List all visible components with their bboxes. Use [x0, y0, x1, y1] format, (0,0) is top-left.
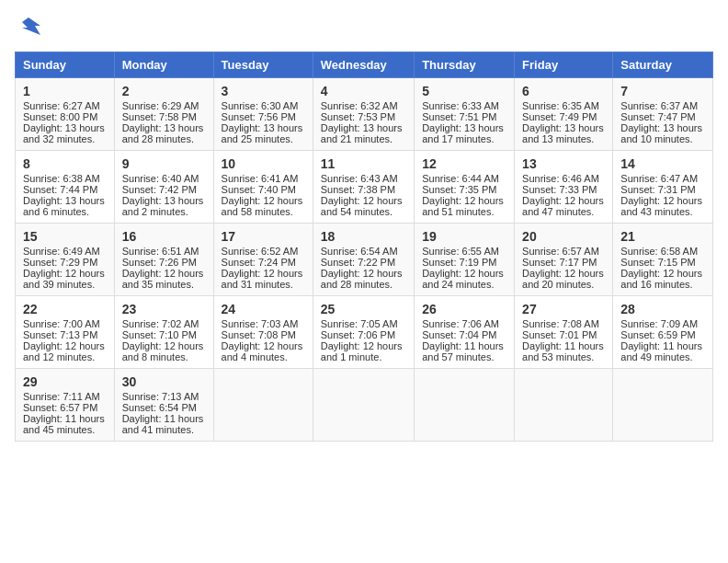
table-row: 25Sunrise: 7:05 AMSunset: 7:06 PMDayligh… [313, 296, 414, 369]
table-row: 1Sunrise: 6:27 AMSunset: 8:00 PMDaylight… [16, 78, 115, 151]
col-header-friday: Friday [515, 52, 613, 78]
calendar-week-2: 15Sunrise: 6:49 AMSunset: 7:29 PMDayligh… [16, 224, 713, 296]
table-row: 14Sunrise: 6:47 AMSunset: 7:31 PMDayligh… [613, 151, 713, 224]
table-row: 29Sunrise: 7:11 AMSunset: 6:57 PMDayligh… [16, 369, 115, 442]
table-row: 4Sunrise: 6:32 AMSunset: 7:53 PMDaylight… [313, 78, 414, 151]
table-row: 30Sunrise: 7:13 AMSunset: 6:54 PMDayligh… [114, 369, 213, 442]
table-row [613, 369, 713, 442]
table-row [313, 369, 414, 442]
table-row: 11Sunrise: 6:43 AMSunset: 7:38 PMDayligh… [313, 151, 414, 224]
table-row [213, 369, 313, 442]
table-row: 28Sunrise: 7:09 AMSunset: 6:59 PMDayligh… [613, 296, 713, 369]
table-row [415, 369, 515, 442]
table-row: 12Sunrise: 6:44 AMSunset: 7:35 PMDayligh… [415, 151, 515, 224]
table-row: 16Sunrise: 6:51 AMSunset: 7:26 PMDayligh… [114, 224, 213, 296]
table-row: 20Sunrise: 6:57 AMSunset: 7:17 PMDayligh… [515, 224, 613, 296]
table-row: 18Sunrise: 6:54 AMSunset: 7:22 PMDayligh… [313, 224, 414, 296]
col-header-tuesday: Tuesday [213, 52, 313, 78]
col-header-saturday: Saturday [613, 52, 713, 78]
col-header-wednesday: Wednesday [313, 52, 414, 78]
table-row: 8Sunrise: 6:38 AMSunset: 7:44 PMDaylight… [16, 151, 115, 224]
page-header [15, 15, 713, 42]
calendar-week-0: 1Sunrise: 6:27 AMSunset: 8:00 PMDaylight… [16, 78, 713, 151]
table-row: 24Sunrise: 7:03 AMSunset: 7:08 PMDayligh… [213, 296, 313, 369]
table-row: 27Sunrise: 7:08 AMSunset: 7:01 PMDayligh… [515, 296, 613, 369]
logo [15, 15, 46, 42]
calendar-table: SundayMondayTuesdayWednesdayThursdayFrid… [15, 52, 713, 442]
table-row: 7Sunrise: 6:37 AMSunset: 7:47 PMDaylight… [613, 78, 713, 151]
table-row: 6Sunrise: 6:35 AMSunset: 7:49 PMDaylight… [515, 78, 613, 151]
table-row: 22Sunrise: 7:00 AMSunset: 7:13 PMDayligh… [16, 296, 115, 369]
table-row: 13Sunrise: 6:46 AMSunset: 7:33 PMDayligh… [515, 151, 613, 224]
table-row: 10Sunrise: 6:41 AMSunset: 7:40 PMDayligh… [213, 151, 313, 224]
table-row: 19Sunrise: 6:55 AMSunset: 7:19 PMDayligh… [415, 224, 515, 296]
table-row: 23Sunrise: 7:02 AMSunset: 7:10 PMDayligh… [114, 296, 213, 369]
calendar-week-4: 29Sunrise: 7:11 AMSunset: 6:57 PMDayligh… [16, 369, 713, 442]
table-row: 17Sunrise: 6:52 AMSunset: 7:24 PMDayligh… [213, 224, 313, 296]
table-row [515, 369, 613, 442]
col-header-sunday: Sunday [16, 52, 115, 78]
table-row: 26Sunrise: 7:06 AMSunset: 7:04 PMDayligh… [415, 296, 515, 369]
calendar-header-row: SundayMondayTuesdayWednesdayThursdayFrid… [16, 52, 713, 78]
col-header-thursday: Thursday [415, 52, 515, 78]
table-row: 2Sunrise: 6:29 AMSunset: 7:58 PMDaylight… [114, 78, 213, 151]
table-row: 5Sunrise: 6:33 AMSunset: 7:51 PMDaylight… [415, 78, 515, 151]
svg-marker-0 [22, 17, 40, 35]
col-header-monday: Monday [114, 52, 213, 78]
calendar-week-3: 22Sunrise: 7:00 AMSunset: 7:13 PMDayligh… [16, 296, 713, 369]
table-row: 3Sunrise: 6:30 AMSunset: 7:56 PMDaylight… [213, 78, 313, 151]
logo-icon [15, 15, 42, 42]
table-row: 9Sunrise: 6:40 AMSunset: 7:42 PMDaylight… [114, 151, 213, 224]
calendar-week-1: 8Sunrise: 6:38 AMSunset: 7:44 PMDaylight… [16, 151, 713, 224]
table-row: 21Sunrise: 6:58 AMSunset: 7:15 PMDayligh… [613, 224, 713, 296]
table-row: 15Sunrise: 6:49 AMSunset: 7:29 PMDayligh… [16, 224, 115, 296]
